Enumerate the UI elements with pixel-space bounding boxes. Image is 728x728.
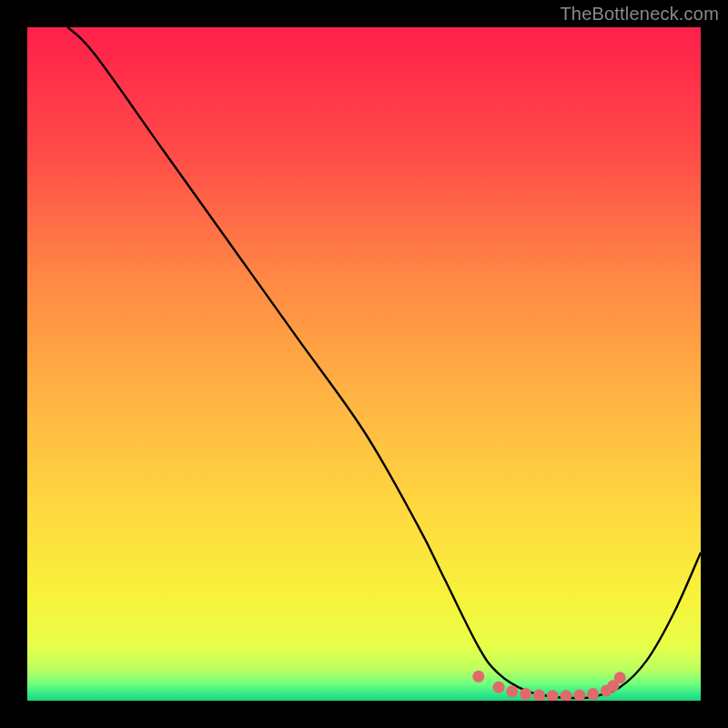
optimal-dot — [533, 690, 545, 701]
attribution-text: TheBottleneck.com — [560, 4, 719, 25]
optimal-dot — [472, 671, 484, 682]
optimal-dot — [506, 685, 518, 697]
optimal-dot — [587, 688, 599, 700]
optimal-dot — [493, 682, 505, 693]
chart-svg — [27, 27, 701, 701]
chart-frame: TheBottleneck.com — [0, 0, 728, 728]
plot-area — [27, 27, 701, 701]
optimal-dot — [614, 672, 626, 683]
gradient-background — [27, 27, 701, 701]
optimal-dot — [520, 688, 531, 700]
optimal-dot — [573, 690, 585, 701]
